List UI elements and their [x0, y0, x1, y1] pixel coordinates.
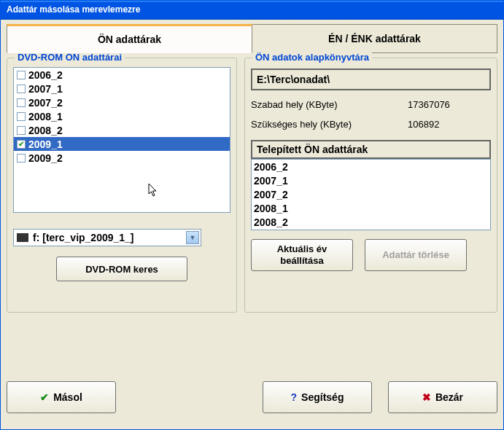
button-label: Másol [53, 391, 82, 403]
needed-space-value: 106892 [408, 119, 439, 130]
list-item[interactable]: 2009_2 [14, 151, 230, 165]
checkbox-icon[interactable] [17, 98, 26, 107]
base-path: E:\Terc\onadat\ [251, 69, 491, 90]
tab-bar: ÖN adattárak ÉN / ÉNK adattárak [7, 24, 497, 53]
button-label: Adattár törlése [382, 249, 449, 261]
checkbox-icon[interactable] [17, 126, 26, 135]
list-item[interactable]: ✔2009_1 [14, 137, 230, 151]
button-label: Bezár [435, 391, 463, 403]
close-button[interactable]: ✖ Bezár [388, 381, 497, 413]
list-item-label: 2006_2 [28, 69, 63, 81]
checkbox-icon[interactable] [17, 71, 26, 79]
chevron-down-icon: ▼ [186, 231, 199, 244]
content-pane: DVD-ROM ÖN adattárai 2006_22007_12007_22… [7, 58, 497, 349]
list-item[interactable]: 2008_1 [254, 202, 488, 216]
right-button-row: Aktuális év beállítása Adattár törlése [251, 239, 491, 271]
free-space-label: Szabad hely (KByte) [251, 99, 379, 110]
button-label: Segítség [301, 391, 344, 403]
list-item[interactable]: 2008_2 [254, 216, 488, 230]
list-item[interactable]: 2008_1 [14, 109, 230, 123]
dvd-search-button[interactable]: DVD-ROM keres [56, 257, 187, 281]
help-icon: ? [291, 391, 298, 403]
group-title: ÖN adatok alapkönyvtára [252, 52, 372, 63]
dialog-window: Adattár másolása merevlemezre ÖN adattár… [0, 0, 504, 430]
list-item[interactable]: 2007_2 [254, 188, 488, 202]
list-item-label: 2007_1 [28, 83, 63, 95]
list-item-label: 2008_1 [28, 111, 63, 122]
list-item[interactable]: 2006_2 [14, 68, 230, 82]
delete-datastore-button: Adattár törlése [365, 239, 467, 271]
list-item-label: 2007_2 [28, 97, 63, 109]
list-item[interactable]: 2007_2 [14, 95, 230, 109]
copy-button[interactable]: ✔ Másol [7, 381, 116, 413]
drive-selector[interactable]: f: [terc_vip_2009_1_] ▼ [13, 229, 201, 246]
group-title: DVD-ROM ÖN adattárai [15, 52, 125, 63]
bottom-right-group: ? Segítség ✖ Bezár [263, 381, 497, 413]
dialog-body: ÖN adattárak ÉN / ÉNK adattárak DVD-ROM … [1, 20, 503, 429]
window-title: Adattár másolása merevlemezre [1, 1, 503, 20]
free-space-value: 17367076 [408, 99, 450, 110]
needed-space-row: Szükséges hely (KByte) 106892 [251, 119, 491, 130]
button-label: Aktuális év beállítása [256, 243, 348, 266]
help-button[interactable]: ? Segítség [263, 381, 372, 413]
list-item-label: 2008_2 [28, 125, 63, 136]
free-space-row: Szabad hely (KByte) 17367076 [251, 99, 491, 110]
drive-selector-label: f: [terc_vip_2009_1_] [33, 232, 134, 243]
tab-on-adattarak[interactable]: ÖN adattárak [7, 24, 252, 53]
installed-listbox[interactable]: 2006_22007_12007_22008_12008_2 [251, 159, 491, 230]
list-item[interactable]: 2006_2 [254, 160, 488, 174]
tab-en-enk-adattarak[interactable]: ÉN / ÉNK adattárak [252, 24, 497, 53]
tab-label: ÖN adattárak [98, 34, 161, 45]
drive-icon [17, 233, 28, 242]
button-label: DVD-ROM keres [85, 264, 158, 275]
list-item[interactable]: 2007_1 [14, 82, 230, 95]
checkbox-icon[interactable] [17, 85, 26, 93]
check-icon: ✔ [40, 391, 49, 403]
list-item[interactable]: 2007_1 [254, 174, 488, 188]
tab-label: ÉN / ÉNK adattárak [328, 33, 421, 44]
installed-title: Telepített ÖN adattárak [251, 140, 491, 159]
checkbox-icon[interactable] [17, 112, 26, 121]
checkbox-icon[interactable] [17, 154, 26, 163]
close-icon: ✖ [422, 391, 431, 403]
checkbox-icon[interactable]: ✔ [17, 140, 26, 149]
list-item[interactable]: 2008_2 [14, 123, 230, 137]
group-on-basepath: ÖN adatok alapkönyvtára E:\Terc\onadat\ … [244, 58, 497, 313]
set-current-year-button[interactable]: Aktuális év beállítása [251, 239, 353, 271]
list-item-label: 2009_1 [28, 138, 63, 150]
group-dvd-source: DVD-ROM ÖN adattárai 2006_22007_12007_22… [7, 58, 237, 313]
needed-space-label: Szükséges hely (KByte) [251, 119, 379, 130]
bottom-button-row: ✔ Másol ? Segítség ✖ Bezár [7, 375, 497, 419]
source-listbox[interactable]: 2006_22007_12007_22008_12008_2✔2009_1200… [13, 67, 230, 213]
list-item-label: 2009_2 [28, 152, 63, 164]
